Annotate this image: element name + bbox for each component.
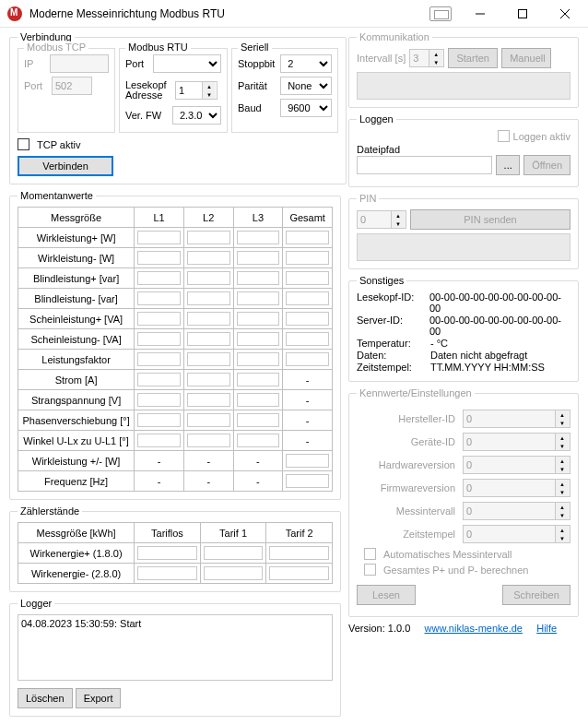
hilfe-link[interactable]: Hilfe	[536, 623, 557, 634]
temp-value: - °C	[430, 338, 448, 349]
lesen-button[interactable]: Lesen	[357, 585, 416, 605]
pin-status	[357, 233, 570, 261]
starten-button[interactable]: Starten	[448, 48, 498, 68]
version-text: Version: 1.0.0	[348, 623, 410, 634]
zaehler-table: Messgröße [kWh]TariflosTarif 1Tarif 2Wir…	[18, 522, 333, 584]
moment-legend: Momentanwerte	[18, 190, 96, 201]
lese-addr-spin[interactable]: ▲▼	[175, 81, 218, 100]
table-row-label: Scheinleistung- [VA]	[18, 329, 135, 350]
schreiben-button[interactable]: Schreiben	[502, 585, 570, 605]
kennw-spin[interactable]: ▲▼	[463, 433, 570, 451]
baud-label: Baud	[238, 102, 276, 113]
logger-text[interactable]: 04.08.2023 15:30:59: Start	[18, 614, 333, 681]
daten-value: Daten nicht abgefragt	[430, 350, 527, 361]
momentanwerte-group: Momentanwerte MessgrößeL1L2L3GesamtWirkl…	[9, 190, 341, 500]
server-label: Server-ID:	[357, 315, 429, 337]
dateipfad-input[interactable]	[357, 156, 492, 174]
loggen-aktiv-checkbox[interactable]	[498, 130, 510, 142]
minimize-button[interactable]	[459, 0, 501, 28]
tcp-aktiv-checkbox[interactable]	[18, 138, 29, 150]
rtu-port-label: Port	[125, 58, 149, 69]
intervall-label: Intervall [s]	[357, 53, 406, 64]
zaehler-legend: Zählerstände	[18, 505, 82, 517]
table-row-label: Strangspannung [V]	[18, 390, 135, 410]
pberech-label: Gesamtes P+ und P- berechnen	[383, 565, 528, 576]
kennw-label: Hersteller-ID	[357, 413, 463, 424]
tcp-legend: Modbus TCP	[24, 42, 88, 53]
zaehlerstaende-group: Zählerstände Messgröße [kWh]TariflosTari…	[9, 505, 341, 592]
pin-spin[interactable]: ▲▼	[357, 210, 406, 229]
close-button[interactable]	[544, 0, 586, 28]
verbindung-group: Verbindung Modbus TCP IP Port Modbus RTU…	[9, 31, 347, 184]
kennw-label: Hardwareversion	[357, 459, 463, 470]
browse-button[interactable]: ...	[496, 155, 520, 175]
dateipfad-label: Dateipfad	[357, 144, 400, 155]
table-row-label: Wirkleistung +/- [W]	[18, 451, 135, 471]
kennw-legend: Kennwerte/Einstellungen	[357, 387, 475, 398]
table-row-label: Leistungsfaktor	[18, 350, 135, 370]
table-row-label: Blindleistung+ [var]	[18, 268, 135, 289]
rtu-legend: Modbus RTU	[125, 42, 191, 53]
baud-select[interactable]: 9600	[280, 99, 332, 117]
table-row-label: Scheinleistung+ [VA]	[18, 309, 135, 329]
zeit-label: Zeitstempel:	[357, 362, 430, 373]
table-row-label: Wirkleistung+ [W]	[18, 228, 135, 248]
kennwerte-group: Kennwerte/Einstellungen Hersteller-ID▲▼G…	[348, 387, 579, 617]
kennw-label: Firmwareversion	[357, 482, 463, 493]
kennw-spin[interactable]: ▲▼	[463, 525, 570, 543]
loggen-aktiv-label: Loggen aktiv	[513, 131, 570, 142]
sonst-legend: Sonstiges	[357, 275, 406, 286]
kennw-spin[interactable]: ▲▼	[463, 456, 570, 474]
parity-label: Parität	[238, 80, 276, 91]
auto-messintervall-checkbox[interactable]	[364, 548, 376, 560]
table-row-label: Wirkleistung- [W]	[18, 248, 135, 268]
zeit-value: TT.MM.YYYY HH:MM:SS	[430, 362, 545, 373]
pin-legend: PIN	[357, 193, 379, 204]
sonstiges-group: Sonstiges Lesekopf-ID:00-00-00-00-00-00-…	[348, 275, 579, 382]
parity-select[interactable]: None	[280, 77, 332, 95]
table-row-label: Blindleistung- [var]	[18, 289, 135, 309]
p-berechnen-checkbox[interactable]	[364, 564, 376, 576]
oeffnen-button[interactable]: Öffnen	[523, 155, 570, 175]
loeschen-button[interactable]: Löschen	[18, 688, 73, 708]
lesekopf-label: Lesekopf-ID:	[357, 291, 429, 314]
fw-label: Ver. FW	[125, 110, 169, 121]
kennw-label: Geräte-ID	[357, 436, 463, 447]
tcp-port-input[interactable]	[52, 77, 92, 95]
table-row-label: Frequenz [Hz]	[18, 471, 135, 492]
server-value: 00-00-00-00-00-00-00-00-00-00	[429, 315, 570, 337]
rtu-port-select[interactable]	[153, 54, 221, 73]
logger-group: Logger 04.08.2023 15:30:59: Start Lösche…	[9, 598, 341, 717]
kennw-label: Messintervall	[357, 505, 463, 517]
table-row-label: Winkel U-Lx zu U-L1 [°]	[18, 431, 135, 451]
pin-senden-button[interactable]: PIN senden	[410, 209, 570, 230]
website-link[interactable]: www.niklas-menke.de	[425, 623, 523, 634]
pin-group: PIN ▲▼ PIN senden	[348, 193, 579, 269]
kennw-spin[interactable]: ▲▼	[463, 410, 570, 428]
loggen-legend: Loggen	[357, 113, 396, 125]
loggen-group: Loggen Loggen aktiv Dateipfad ... Öffnen	[348, 113, 579, 187]
auto-label: Automatisches Messintervall	[383, 549, 512, 560]
seriell-legend: Seriell	[238, 42, 272, 53]
kennw-label: Zeitstempel	[357, 529, 463, 540]
kennw-spin[interactable]: ▲▼	[463, 502, 570, 520]
tcp-port-label: Port	[24, 80, 48, 91]
ip-input[interactable]	[50, 54, 109, 73]
manuell-button[interactable]: Manuell	[501, 48, 551, 68]
export-button[interactable]: Export	[76, 688, 122, 708]
window-title: Moderne Messeinrichtung Modbus RTU	[29, 7, 225, 20]
lesekopf-value: 00-00-00-00-00-00-00-00-00-00	[429, 291, 570, 314]
komm-legend: Kommunikation	[357, 31, 432, 42]
kennw-spin[interactable]: ▲▼	[463, 479, 570, 497]
verbinden-button[interactable]: Verbinden	[18, 156, 113, 176]
svg-rect-1	[519, 9, 527, 18]
titlebar: Moderne Messeinrichtung Modbus RTU	[0, 0, 588, 28]
intervall-spin[interactable]: ▲▼	[409, 49, 444, 67]
temp-label: Temperatur:	[357, 338, 430, 349]
table-row-label: Phasenverschiebung [°]	[18, 410, 135, 431]
kommunikation-group: Kommunikation Intervall [s] ▲▼ Starten M…	[348, 31, 579, 108]
maximize-button[interactable]	[501, 0, 544, 28]
stop-select[interactable]: 2	[280, 54, 332, 73]
komm-status	[357, 72, 570, 100]
fw-select[interactable]: 2.3.0	[172, 106, 221, 125]
